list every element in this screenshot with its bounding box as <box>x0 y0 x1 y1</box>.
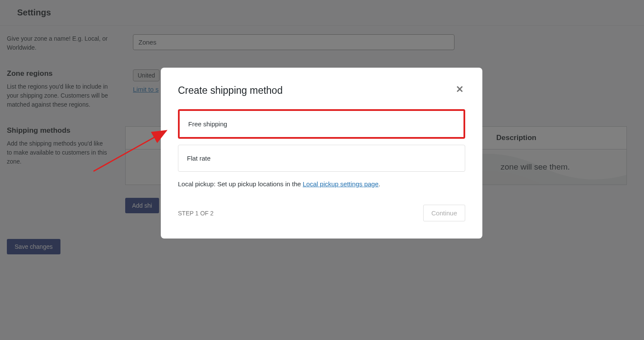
modal-footer: STEP 1 OF 2 Continue <box>178 205 465 221</box>
local-pickup-link[interactable]: Local pickup settings page <box>303 180 379 188</box>
modal-title: Create shipping method <box>178 85 283 96</box>
continue-button[interactable]: Continue <box>423 205 465 221</box>
close-icon[interactable]: ✕ <box>454 85 465 94</box>
step-indicator: STEP 1 OF 2 <box>178 210 214 217</box>
create-shipping-method-modal: Create shipping method ✕ Free shipping F… <box>161 68 482 239</box>
flat-rate-option[interactable]: Flat rate <box>178 145 465 172</box>
local-pickup-text: Local pickup: Set up pickup locations in… <box>178 180 465 188</box>
local-pickup-prefix: Local pickup: Set up pickup locations in… <box>178 180 303 188</box>
flat-rate-label: Flat rate <box>187 155 211 162</box>
free-shipping-label: Free shipping <box>188 120 227 128</box>
modal-header: Create shipping method ✕ <box>178 85 465 96</box>
free-shipping-option[interactable]: Free shipping <box>178 109 465 139</box>
